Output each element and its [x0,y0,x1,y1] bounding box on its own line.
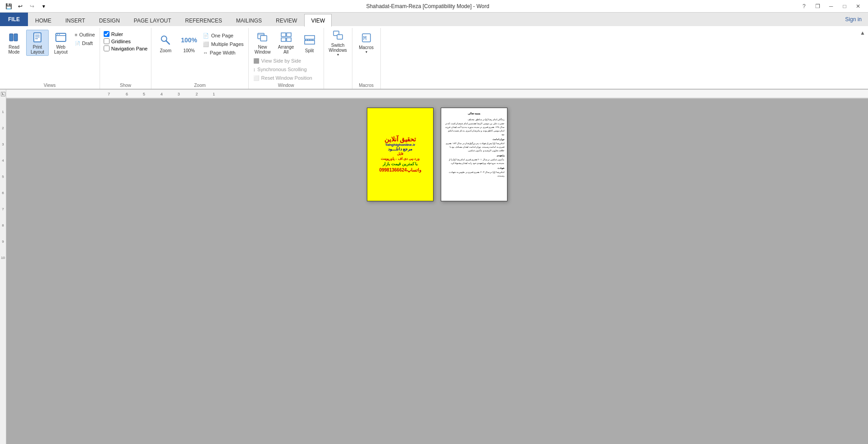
view-side-by-side-button[interactable]: ⬛ View Side by Side [251,57,314,65]
tab-mailings[interactable]: MAILINGS [229,14,269,27]
ruler-num-4: 4 [160,92,163,96]
page-width-button[interactable]: ↔ Page Width [201,49,245,57]
zoom-icon [158,33,173,47]
horizontal-ruler: 7 6 5 4 3 2 1 [6,90,868,98]
web-layout-button[interactable]: Web Layout [50,30,72,56]
zoom-button[interactable]: Zoom [154,30,177,56]
reset-window-position-button[interactable]: ⬜ Reset Window Position [251,74,314,82]
page1-body: فایل ورد-پی دی اف - پاورپوینت با کمترین … [379,151,421,173]
multiple-pages-label: Multiple Pages [211,41,243,47]
title-bar: 💾 ↩ ↪ ▾ Shahadat-Emam-Reza [Compatibilit… [0,0,868,13]
split-button[interactable]: Split [298,30,321,56]
main-area: 1 2 3 4 5 6 7 8 9 10 تحقیق آنلاین Tahghi… [0,99,868,444]
ruler-checkbox-input[interactable] [104,31,110,37]
ruler-num-3: 3 [178,92,180,96]
restore-button[interactable]: ❐ [811,2,824,11]
ruler-label: Ruler [111,32,123,37]
document-area[interactable]: تحقیق آنلاین Tahghighonline.ir مرجع دانل… [6,99,868,444]
qat-more-button[interactable]: ▾ [39,1,49,11]
ribbon-tab-bar: FILE HOME INSERT DESIGN PAGE LAYOUT REFE… [0,13,868,26]
page1-content: تحقیق آنلاین Tahghighonline.ir مرجع دانل… [367,108,434,201]
gridlines-checkbox-input[interactable] [104,38,110,44]
page2-line6: مأمون عباسی در سال ۲۰۱ هجری قمری امام رض… [444,158,504,165]
tab-design[interactable]: DESIGN [92,14,127,27]
window-group-label: Window [251,82,321,89]
arrange-all-button[interactable]: Arrange All [275,30,297,56]
switch-windows-button[interactable]: Switch Windows ▾ [327,30,349,56]
page2-line8: امام رضا (ع) در سال ۲۰۳ هجری قمری در طوس… [444,170,504,177]
one-page-button[interactable]: 📄 One Page [201,32,245,40]
macros-group-items: M Macros ▾ [355,30,378,82]
new-window-button[interactable]: New Window [251,30,274,56]
tab-insert[interactable]: INSERT [59,14,92,27]
tab-home[interactable]: HOME [28,14,58,27]
show-group-label: Show [103,82,149,89]
page1-line2: ورد-پی دی اف - پاورپوینت [379,156,421,161]
gridlines-checkbox[interactable]: Gridlines [103,38,149,45]
svg-rect-1 [14,34,18,41]
zoom-group-label: Zoom [154,82,245,89]
redo-button[interactable]: ↪ [27,1,37,11]
ribbon-collapse-button[interactable]: ▲ [860,30,865,36]
zoom-100-button[interactable]: 100% 100% [178,30,200,56]
maximize-button[interactable]: □ [838,2,851,11]
read-mode-button[interactable]: Read Mode [3,30,25,56]
save-button[interactable]: 💾 [4,1,14,11]
arrange-all-icon [279,31,293,44]
tab-page-layout[interactable]: PAGE LAYOUT [127,14,178,27]
macros-group-label: Macros [355,82,378,89]
switch-windows-arrow: ▾ [337,53,339,57]
help-button[interactable]: ? [798,2,810,11]
zoom-group: Zoom 100% 100% 📄 One Page ⬜ Multiple Pag… [151,28,248,89]
synchronous-scrolling-button[interactable]: ↕ Synchronous Scrolling [251,65,314,73]
nav-pane-checkbox-input[interactable] [104,45,110,51]
ruler-num-1: 1 [213,92,215,96]
one-page-label: One Page [211,33,233,38]
svg-rect-23 [337,35,343,39]
svg-point-9 [59,34,60,35]
undo-button[interactable]: ↩ [15,1,25,11]
new-window-label: New Window [252,45,273,54]
ruler-num-7: 7 [108,92,110,96]
views-group: Read Mode Print Layout Web Layout [0,28,100,89]
zoom-label: Zoom [160,48,172,53]
print-layout-label: Print Layout [27,45,47,54]
v-ruler-num-9: 9 [2,238,4,245]
ruler-num-5: 5 [143,92,145,96]
vertical-ruler: 1 2 3 4 5 6 7 8 9 10 [0,99,6,444]
sign-in-button[interactable]: Sign in [839,16,868,23]
synchronous-scrolling-label: Synchronous Scrolling [257,67,306,72]
arrange-all-label: Arrange All [276,45,297,54]
print-layout-icon [30,31,45,44]
show-group-items: Ruler Gridlines Navigation Pane [103,30,149,82]
tab-references[interactable]: REFERENCES [178,14,229,27]
close-button[interactable]: ✕ [852,2,864,11]
tab-file[interactable]: FILE [0,13,28,26]
nav-pane-checkbox[interactable]: Navigation Pane [103,45,149,52]
ribbon-content: Read Mode Print Layout Web Layout [0,26,868,89]
minimize-button[interactable]: ─ [825,2,837,11]
read-mode-label: Read Mode [4,45,24,54]
v-ruler-num-4: 4 [2,157,4,164]
ruler-corner-btn[interactable]: L [1,92,5,96]
zoom-100-icon: 100% [182,33,196,47]
quick-access-toolbar: 💾 ↩ ↪ ▾ [4,1,58,11]
macros-button[interactable]: M Macros ▾ [355,30,378,56]
v-ruler-num-5: 5 [2,173,4,181]
tab-view[interactable]: VIEW [304,14,332,27]
one-page-icon: 📄 [203,33,209,39]
macros-group: M Macros ▾ Macros [352,28,381,89]
reset-window-icon: ⬜ [253,75,260,81]
draft-button[interactable]: 📄 Draft [73,39,97,47]
zoom-100-label: 100% [183,48,195,53]
print-layout-button[interactable]: Print Layout [26,30,49,56]
page-width-label: Page Width [210,50,235,55]
split-icon [302,33,317,47]
multiple-pages-button[interactable]: ⬜ Multiple Pages [201,40,245,48]
window-controls: ? ❐ ─ □ ✕ [798,2,864,11]
split-label: Split [305,48,314,53]
outline-button[interactable]: ≡ Outline [73,31,97,39]
ruler-checkbox[interactable]: Ruler [103,31,149,37]
page2-line3: دوران امامت [444,137,504,141]
tab-review[interactable]: REVIEW [269,14,304,27]
